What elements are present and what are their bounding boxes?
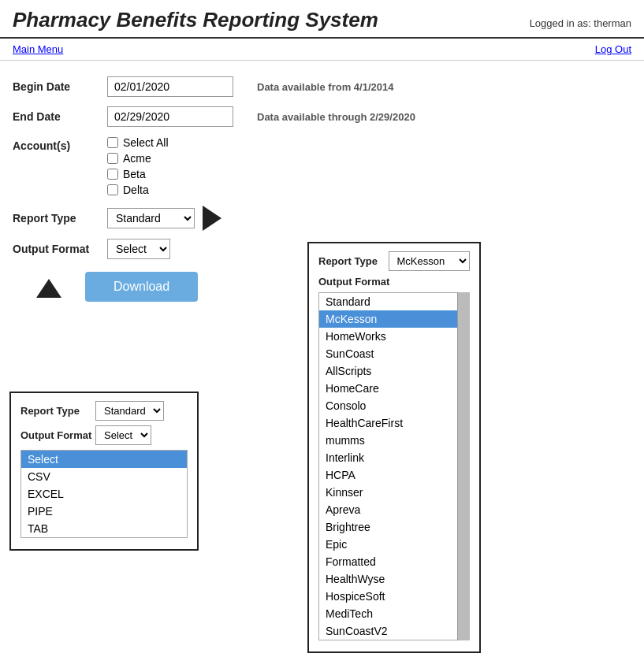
begin-date-label: Begin Date bbox=[13, 80, 107, 93]
end-date-row: End Date Data available through 2/29/202… bbox=[13, 106, 631, 127]
report-type-popup: Report Type McKesson Output Format Stand… bbox=[307, 242, 481, 653]
account-delta-label: Delta bbox=[123, 184, 149, 196]
report-option-apreva[interactable]: Apreva bbox=[319, 501, 469, 518]
popup-left-report-type-row: Report Type Standard bbox=[20, 401, 188, 421]
accounts-label: Account(s) bbox=[13, 136, 107, 152]
account-acme-label: Acme bbox=[123, 152, 151, 165]
report-type-scrollbar[interactable] bbox=[457, 292, 470, 640]
account-beta-checkbox[interactable] bbox=[107, 169, 118, 180]
report-type-row: Report Type Standard McKesson HomeWorks … bbox=[13, 206, 631, 231]
begin-date-row: Begin Date Data available from 4/1/2014 bbox=[13, 76, 631, 97]
output-format-dropdown-list: Select CSV EXCEL PIPE TAB bbox=[20, 450, 188, 538]
account-beta-row: Beta bbox=[107, 168, 169, 180]
report-option-homeworks[interactable]: HomeWorks bbox=[319, 328, 469, 345]
account-acme-row: Acme bbox=[107, 152, 169, 165]
report-option-kinnser[interactable]: Kinnser bbox=[319, 484, 469, 501]
select-all-label: Select All bbox=[123, 136, 169, 149]
account-delta-row: Delta bbox=[107, 184, 169, 196]
output-option-csv[interactable]: CSV bbox=[21, 468, 187, 485]
report-option-suncoastv2[interactable]: SunCoastV2 bbox=[319, 622, 469, 640]
output-option-pipe[interactable]: PIPE bbox=[21, 503, 187, 520]
report-option-homecare[interactable]: HomeCare bbox=[319, 380, 469, 397]
account-beta-label: Beta bbox=[123, 168, 146, 180]
navbar: Main Menu Log Out bbox=[0, 39, 644, 61]
popup-right-report-type-select[interactable]: McKesson bbox=[389, 251, 470, 271]
output-option-tab[interactable]: TAB bbox=[21, 520, 187, 537]
arrow-right-icon bbox=[203, 206, 221, 231]
account-delta-checkbox[interactable] bbox=[107, 184, 118, 195]
report-option-healthwyse[interactable]: HealthWyse bbox=[319, 570, 469, 588]
report-option-epic[interactable]: Epic bbox=[319, 536, 469, 553]
report-option-hospicesoft[interactable]: HospiceSoft bbox=[319, 588, 469, 605]
output-option-select[interactable]: Select bbox=[21, 451, 187, 468]
output-format-popup: Report Type Standard Output Format Selec… bbox=[9, 392, 199, 551]
report-option-meditech[interactable]: MediTech bbox=[319, 605, 469, 622]
output-format-label: Output Format bbox=[13, 243, 107, 255]
report-option-hcpa[interactable]: HCPA bbox=[319, 466, 469, 484]
accounts-row: Account(s) Select All Acme Beta Delta bbox=[13, 136, 631, 196]
main-content: Begin Date Data available from 4/1/2014 … bbox=[0, 61, 644, 317]
report-type-list: Standard McKesson HomeWorks SunCoast All… bbox=[318, 292, 470, 640]
output-format-select[interactable]: Select CSV EXCEL PIPE TAB bbox=[107, 239, 170, 259]
logged-in-label: Logged in as: therman bbox=[530, 17, 631, 29]
select-all-row: Select All bbox=[107, 136, 169, 149]
report-option-healthcarefirst[interactable]: HealthCareFirst bbox=[319, 414, 469, 432]
popup-left-report-type-label: Report Type bbox=[20, 405, 95, 417]
download-button[interactable]: Download bbox=[85, 272, 198, 302]
popup-right-output-format-row: Output Format bbox=[318, 276, 470, 288]
popup-right-report-type-label: Report Type bbox=[318, 255, 389, 267]
report-option-suncoast[interactable]: SunCoast bbox=[319, 345, 469, 362]
output-option-excel[interactable]: EXCEL bbox=[21, 485, 187, 503]
header: Pharmacy Benefits Reporting System Logge… bbox=[0, 0, 644, 39]
report-type-select[interactable]: Standard McKesson HomeWorks SunCoast bbox=[107, 208, 195, 228]
popup-right-report-type-row: Report Type McKesson bbox=[318, 251, 470, 271]
begin-date-note: Data available from 4/1/2014 bbox=[257, 81, 393, 93]
report-option-brightree[interactable]: Brightree bbox=[319, 518, 469, 536]
app-title: Pharmacy Benefits Reporting System bbox=[13, 8, 378, 32]
report-option-formatted[interactable]: Formatted bbox=[319, 553, 469, 570]
popup-left-output-format-select[interactable]: Select bbox=[95, 425, 151, 445]
report-option-interlink[interactable]: Interlink bbox=[319, 449, 469, 466]
popup-right-output-format-label: Output Format bbox=[318, 276, 393, 288]
popup-left-output-format-row: Output Format Select bbox=[20, 425, 188, 445]
main-menu-link[interactable]: Main Menu bbox=[13, 43, 63, 55]
popup-left-output-format-label: Output Format bbox=[20, 429, 95, 441]
report-option-consolo[interactable]: Consolo bbox=[319, 397, 469, 414]
end-date-input[interactable] bbox=[107, 106, 233, 127]
report-type-label: Report Type bbox=[13, 212, 107, 225]
popup-left-report-type-select[interactable]: Standard bbox=[95, 401, 164, 421]
logout-link[interactable]: Log Out bbox=[595, 43, 631, 55]
end-date-note: Data available through 2/29/2020 bbox=[257, 111, 415, 123]
report-option-allscripts[interactable]: AllScripts bbox=[319, 362, 469, 380]
report-type-list-container: Standard McKesson HomeWorks SunCoast All… bbox=[318, 292, 470, 640]
account-acme-checkbox[interactable] bbox=[107, 153, 118, 164]
report-option-standard[interactable]: Standard bbox=[319, 293, 469, 310]
report-option-mumms[interactable]: mumms bbox=[319, 432, 469, 449]
report-option-mckesson[interactable]: McKesson bbox=[319, 310, 469, 328]
arrow-up-icon bbox=[36, 279, 61, 298]
end-date-label: End Date bbox=[13, 110, 107, 123]
accounts-checkboxes: Select All Acme Beta Delta bbox=[107, 136, 169, 196]
select-all-checkbox[interactable] bbox=[107, 137, 118, 148]
begin-date-input[interactable] bbox=[107, 76, 233, 97]
